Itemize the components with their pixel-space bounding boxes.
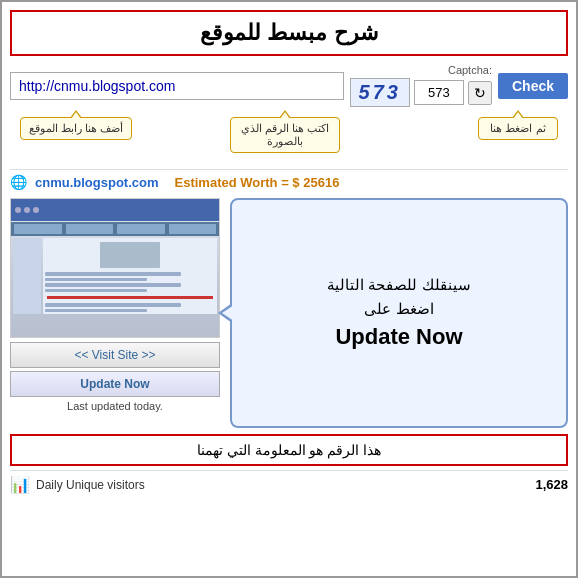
main-content: << Visit Site >> Update Now Last updated… [10, 198, 568, 428]
update-now-button[interactable]: Update Now [10, 371, 220, 397]
visitor-count: 1,628 [535, 477, 568, 492]
last-updated-label: Last updated today. [10, 400, 220, 412]
page-header: شرح مبسط للموقع [10, 10, 568, 56]
ss-body [11, 236, 219, 316]
speech-bubble: سينقلك للصفحة التالية اضغط على Update No… [230, 198, 568, 428]
estimated-worth: Estimated Worth = $ 25616 [175, 175, 340, 190]
tooltip-click-check: ثم اضغط هنا [478, 117, 558, 140]
chart-icon: 📊 [10, 475, 30, 494]
ss-sidebar [13, 238, 41, 314]
globe-icon: 🌐 [10, 174, 27, 190]
bubble-line1: سينقلك للصفحة التالية [327, 276, 470, 294]
bubble-update-now-text: Update Now [335, 324, 462, 350]
ss-main-area [43, 238, 217, 314]
site-screenshot [10, 198, 220, 338]
url-input[interactable] [10, 72, 344, 100]
captcha-label: Captcha: [350, 64, 492, 76]
tooltip-enter-captcha: اكتب هنا الرقم الذي بالصورة [230, 117, 340, 153]
header-title: شرح مبسط للموقع [200, 20, 377, 45]
footer-label: Daily Unique visitors [36, 478, 535, 492]
tooltips-row: أضف هنا رابط الموقع اكتب هنا الرقم الذي … [10, 107, 568, 167]
captcha-image: 573 [350, 78, 410, 107]
site-info-row: 🌐 cnmu.blogspot.com Estimated Worth = $ … [10, 169, 568, 194]
check-button[interactable]: Check [498, 73, 568, 99]
captcha-row: 573 ↻ [350, 78, 492, 107]
site-url: cnmu.blogspot.com [35, 175, 159, 190]
captcha-input[interactable] [414, 80, 464, 105]
refresh-captcha-button[interactable]: ↻ [468, 81, 492, 105]
left-panel: << Visit Site >> Update Now Last updated… [10, 198, 220, 428]
ss-header [11, 199, 219, 221]
tooltip-add-url: أضف هنا رابط الموقع [20, 117, 132, 140]
url-row: Captcha: 573 ↻ Check [10, 64, 568, 107]
info-box: هذا الرقم هو المعلومة التي تهمنا [10, 434, 568, 466]
ss-nav [11, 222, 219, 236]
footer: 📊 Daily Unique visitors 1,628 [10, 470, 568, 498]
info-box-text: هذا الرقم هو المعلومة التي تهمنا [197, 442, 381, 458]
visit-site-button[interactable]: << Visit Site >> [10, 342, 220, 368]
captcha-block: Captcha: 573 ↻ [350, 64, 492, 107]
bubble-line2: اضغط على [364, 300, 433, 318]
